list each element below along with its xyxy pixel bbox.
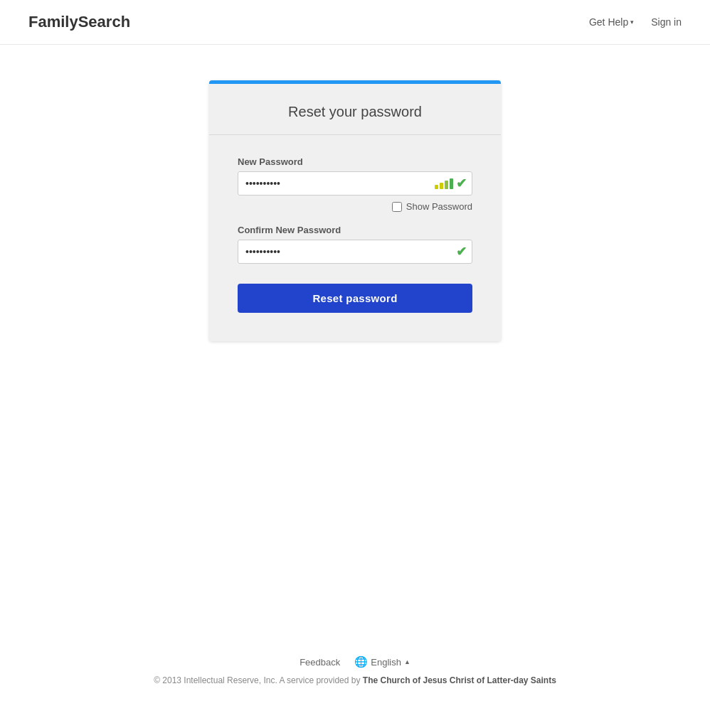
english-label: English — [371, 657, 401, 668]
new-password-icons: ✔ — [435, 176, 467, 191]
strength-bar-4 — [450, 178, 453, 189]
chevron-down-icon: ▾ — [630, 18, 634, 26]
main-content: Reset your password New Password ✔ — [0, 45, 710, 341]
get-help-link[interactable]: Get Help ▾ — [589, 16, 634, 28]
church-link[interactable]: The Church of Jesus Christ of Latter-day… — [363, 675, 556, 685]
confirm-password-check-icon: ✔ — [456, 244, 467, 259]
page-title: Reset your password — [223, 104, 487, 120]
logo[interactable]: FamilySearch — [28, 13, 130, 31]
password-strength-bars — [435, 178, 453, 189]
confirm-password-input[interactable] — [238, 240, 472, 264]
sign-in-link[interactable]: Sign in — [651, 16, 682, 28]
new-password-group: New Password ✔ — [238, 156, 472, 212]
card-body: New Password ✔ — [209, 135, 501, 341]
chevron-up-icon: ▲ — [404, 658, 410, 665]
copyright-text: © 2013 Intellectual Reserve, Inc. A serv… — [154, 675, 363, 685]
strength-bar-1 — [435, 185, 438, 189]
show-password-label[interactable]: Show Password — [406, 201, 472, 212]
show-password-row: Show Password — [238, 201, 472, 212]
new-password-check-icon: ✔ — [456, 176, 467, 191]
footer: Feedback 🌐 English ▲ © 2013 Intellectual… — [0, 655, 710, 685]
footer-links: Feedback 🌐 English ▲ — [0, 655, 710, 668]
card-header: Reset your password — [209, 84, 501, 135]
reset-password-card: Reset your password New Password ✔ — [209, 80, 501, 341]
footer-copyright: © 2013 Intellectual Reserve, Inc. A serv… — [0, 675, 710, 685]
globe-icon: 🌐 — [354, 655, 368, 668]
confirm-password-icons: ✔ — [456, 244, 467, 259]
new-password-wrapper: ✔ — [238, 171, 472, 196]
confirm-password-label: Confirm New Password — [238, 225, 472, 235]
new-password-label: New Password — [238, 156, 472, 167]
strength-bar-3 — [445, 181, 448, 189]
confirm-password-group: Confirm New Password ✔ — [238, 225, 472, 264]
strength-bar-2 — [440, 183, 443, 189]
reset-password-button[interactable]: Reset password — [238, 284, 472, 313]
get-help-label: Get Help — [589, 16, 628, 28]
header: FamilySearch Get Help ▾ Sign in — [0, 0, 710, 45]
language-selector[interactable]: 🌐 English ▲ — [354, 655, 410, 668]
header-nav: Get Help ▾ Sign in — [589, 16, 682, 28]
confirm-password-wrapper: ✔ — [238, 240, 472, 264]
show-password-checkbox[interactable] — [392, 202, 402, 212]
feedback-link[interactable]: Feedback — [300, 657, 340, 668]
